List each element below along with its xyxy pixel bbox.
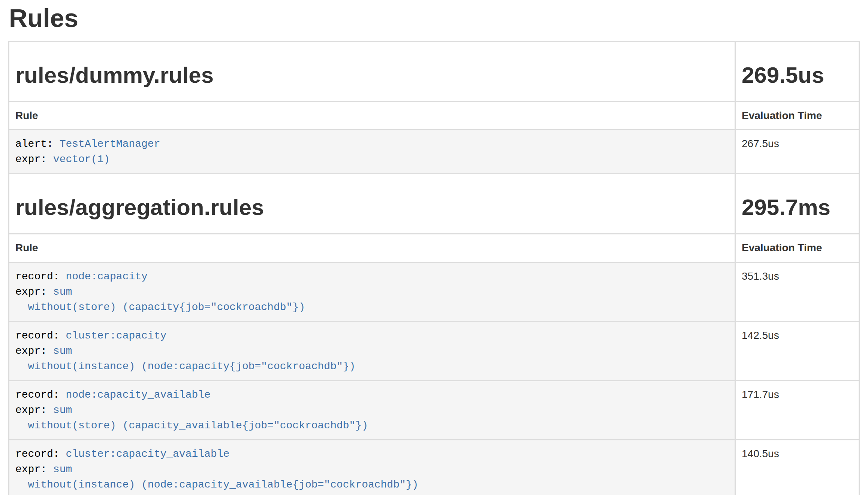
rule-column-header: Rule xyxy=(15,242,38,253)
rule-row: record: node:capacity_available expr: su… xyxy=(9,380,859,440)
rule-link[interactable]: sum without(instance) (node:capacity_ava… xyxy=(15,464,418,491)
evaluation-time-column-header: Evaluation Time xyxy=(742,110,822,121)
rule-definition: record: node:capacity expr: sum without(… xyxy=(9,262,735,321)
rule-code-text: record: xyxy=(15,271,66,282)
rule-evaluation-time: 171.7us xyxy=(735,380,859,440)
rule-code-text: expr: xyxy=(15,464,53,475)
rule-group-file-cell: rules/dummy.rules xyxy=(9,42,735,102)
rule-group-time-cell: 295.7ms xyxy=(735,174,859,234)
columns-header-row: Rule Evaluation Time xyxy=(9,234,859,262)
rule-definition: record: node:capacity_available expr: su… xyxy=(9,380,735,440)
rule-group-file: rules/dummy.rules xyxy=(15,63,729,88)
rule-group-file-cell: rules/aggregation.rules xyxy=(9,174,735,234)
rule-group-evaluation-time: 295.7ms xyxy=(742,195,853,220)
rule-row: record: cluster:capacity expr: sum witho… xyxy=(9,321,859,380)
rule-link[interactable]: sum without(store) (capacity_available{j… xyxy=(15,404,368,431)
rules-table: rules/dummy.rules 269.5us Rule Evaluatio… xyxy=(8,41,860,495)
rule-column-header-cell: Rule xyxy=(9,234,735,262)
rule-evaluation-time: 267.5us xyxy=(735,130,859,174)
rule-group-evaluation-time: 269.5us xyxy=(742,63,853,88)
rule-link[interactable]: cluster:capacity_available xyxy=(66,448,229,460)
rule-row: alert: TestAlertManager expr: vector(1) … xyxy=(9,130,859,174)
rules-table-body: rules/dummy.rules 269.5us Rule Evaluatio… xyxy=(9,42,859,495)
rule-definition: alert: TestAlertManager expr: vector(1) xyxy=(9,130,735,174)
rule-row: record: node:capacity expr: sum without(… xyxy=(9,262,859,321)
rule-link[interactable]: vector(1) xyxy=(53,154,110,165)
rule-code-text: expr: xyxy=(15,154,53,165)
rule-code-text: expr: xyxy=(15,286,53,298)
evaluation-time-column-header-cell: Evaluation Time xyxy=(735,234,859,262)
rule-code-text: record: xyxy=(15,330,66,341)
evaluation-time-column-header-cell: Evaluation Time xyxy=(735,102,859,130)
rule-group-header-row: rules/dummy.rules 269.5us xyxy=(9,42,859,102)
rule-link[interactable]: cluster:capacity xyxy=(66,330,166,341)
rule-column-header: Rule xyxy=(15,110,38,121)
rule-code-text: alert: xyxy=(15,138,60,150)
rule-evaluation-time: 351.3us xyxy=(735,262,859,321)
rule-link[interactable]: sum without(store) (capacity{job="cockro… xyxy=(15,286,305,313)
rule-column-header-cell: Rule xyxy=(9,102,735,130)
rule-group-header-row: rules/aggregation.rules 295.7ms xyxy=(9,174,859,234)
rule-code-text: record: xyxy=(15,389,66,401)
rule-group-file: rules/aggregation.rules xyxy=(15,195,729,220)
rule-evaluation-time: 142.5us xyxy=(735,321,859,380)
evaluation-time-column-header: Evaluation Time xyxy=(742,242,822,253)
rules-page: Rules rules/dummy.rules 269.5us Rule Eva… xyxy=(0,0,868,495)
rule-code-text: expr: xyxy=(15,404,53,416)
page-title: Rules xyxy=(9,4,860,32)
rule-evaluation-time: 140.5us xyxy=(735,440,859,495)
rule-code-text: expr: xyxy=(15,345,53,357)
rule-code-text: record: xyxy=(15,448,66,460)
rule-row: record: cluster:capacity_available expr:… xyxy=(9,440,859,495)
rule-definition: record: cluster:capacity_available expr:… xyxy=(9,440,735,495)
rule-link[interactable]: node:capacity xyxy=(66,271,147,282)
rule-group-time-cell: 269.5us xyxy=(735,42,859,102)
columns-header-row: Rule Evaluation Time xyxy=(9,102,859,130)
rule-link[interactable]: sum without(instance) (node:capacity{job… xyxy=(15,345,355,372)
rule-definition: record: cluster:capacity expr: sum witho… xyxy=(9,321,735,380)
rule-link[interactable]: node:capacity_available xyxy=(66,389,210,401)
rule-link[interactable]: TestAlertManager xyxy=(60,138,160,150)
